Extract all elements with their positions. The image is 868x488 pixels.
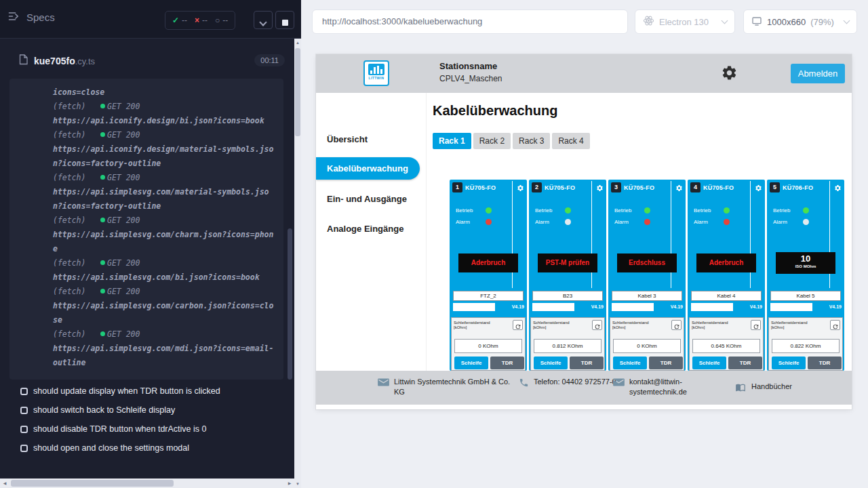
- cable-name-field: FTZ_2: [453, 291, 524, 301]
- module-gear-icon[interactable]: [755, 182, 762, 195]
- browser-select[interactable]: Electron 130: [635, 9, 735, 34]
- cable-name-field: Kabel 4: [691, 291, 762, 301]
- log-entry[interactable]: (fetch)GET 200 https://api.simplesvg.com…: [53, 171, 283, 214]
- betrieb-label: Betrieb: [773, 207, 790, 214]
- specs-toggle[interactable]: Specs: [8, 12, 55, 23]
- schleife-button[interactable]: Schleife: [692, 357, 726, 369]
- specs-menu-icon: [8, 12, 20, 23]
- tdr-button[interactable]: TDR: [490, 357, 524, 369]
- tdr-button[interactable]: TDR: [808, 357, 842, 369]
- settings-gear-icon[interactable]: [721, 64, 738, 84]
- module-gear-icon[interactable]: [675, 182, 683, 195]
- measurement-panel: Schleifenwiderstand [kOhm] 0 KOhm Schlei…: [451, 317, 526, 371]
- betrieb-label: Betrieb: [535, 207, 552, 214]
- test-item[interactable]: should update display when TDR button is…: [0, 382, 285, 401]
- log-entry[interactable]: (fetch)GET 200 https://api.simplesvg.com…: [53, 285, 283, 327]
- sidebar-item-kabelueberwachung[interactable]: Kabelüberwachung: [316, 157, 420, 180]
- module-gear-icon[interactable]: [517, 182, 524, 195]
- log-entry[interactable]: (fetch)GET 200 https://api.iconify.desig…: [53, 128, 283, 171]
- log-line[interactable]: icons=close: [53, 85, 283, 100]
- sidebar-item-analoge-eingaenge[interactable]: Analoge Eingänge: [327, 224, 403, 234]
- check-icon: ✓: [172, 16, 179, 25]
- horizontal-scrollbar[interactable]: ◀ ▶: [0, 479, 294, 488]
- horizontal-scrollbar-thumb[interactable]: [11, 480, 174, 487]
- measurement-panel: Schleifenwiderstand [kOhm] 0.822 KOhm Sc…: [768, 317, 843, 371]
- tab-rack-3[interactable]: Rack 3: [513, 133, 550, 149]
- log-entry[interactable]: (fetch)GET 200 https://api.iconify.desig…: [53, 100, 283, 128]
- viewport-size-select[interactable]: 1000x660 (79%): [743, 9, 857, 34]
- tdr-button[interactable]: TDR: [728, 357, 762, 369]
- log-scrollbar-thumb[interactable]: [288, 228, 292, 380]
- browser-name: Electron 130: [659, 17, 709, 27]
- cable-name-field: Kabel 3: [612, 291, 682, 301]
- betrieb-led: [644, 207, 650, 214]
- url-input[interactable]: http://localhost:3000/kabelueberwachung: [312, 9, 628, 34]
- log-entry[interactable]: (fetch)GET 200 https://api.simplesvg.com…: [53, 214, 283, 256]
- tab-rack-1[interactable]: Rack 1: [433, 133, 471, 149]
- app-footer: Littwin Systemtechnik GmbH & Co. KG Tele…: [316, 371, 852, 405]
- alarm-led: [565, 219, 571, 225]
- test-item[interactable]: should disable TDR button when tdrActive…: [0, 420, 285, 439]
- schleife-button[interactable]: Schleife: [772, 357, 806, 369]
- iso-unit-label: ISO MOhm: [776, 264, 835, 270]
- measurement-value: 0.822 KOhm: [772, 339, 840, 353]
- schleife-button[interactable]: Schleife: [613, 357, 647, 369]
- tab-rack-2[interactable]: Rack 2: [473, 133, 511, 149]
- status-dot-icon: [100, 132, 105, 137]
- module-gear-icon[interactable]: [596, 182, 604, 195]
- scroll-down-icon[interactable]: ▼: [294, 480, 301, 488]
- tab-rack-4[interactable]: Rack 4: [552, 133, 589, 149]
- measurement-value: 0.812 KOhm: [534, 339, 601, 353]
- firmware-version: V4.19: [829, 304, 842, 309]
- module-model-label: KÜ705-FO: [545, 184, 575, 191]
- log-entry[interactable]: (fetch)GET 200 https://api.simplesvg.com…: [53, 327, 283, 370]
- logout-button[interactable]: Abmelden: [791, 64, 845, 83]
- sidebar-item-uebersicht[interactable]: Übersicht: [327, 134, 368, 144]
- test-state-icon: [20, 407, 28, 414]
- schleife-button[interactable]: Schleife: [454, 357, 488, 369]
- rack-module-card: 4 KÜ705-FO Betrieb Alarm Aderbruch Kabel…: [688, 180, 765, 371]
- refresh-button[interactable]: [592, 320, 602, 330]
- cable-name-field: Kabel 5: [770, 291, 841, 301]
- measurement-panel: Schleifenwiderstand [kOhm] 0.645 KOhm Sc…: [689, 317, 764, 371]
- scroll-up-icon[interactable]: ▲: [294, 39, 301, 47]
- alarm-message: Aderbruch: [458, 253, 518, 272]
- company-name: Littwin Systemtechnik GmbH & Co. KG: [394, 377, 517, 397]
- log-entry[interactable]: (fetch)GET 200 https://api.simplesvg.com…: [53, 256, 283, 285]
- stop-button[interactable]: [275, 11, 294, 29]
- alarm-led: [803, 219, 809, 225]
- version-box: [453, 303, 495, 311]
- stop-icon: [282, 20, 288, 26]
- test-item[interactable]: should open and close the settings modal: [0, 439, 285, 458]
- envelope-icon: [613, 377, 625, 390]
- alarm-label: Alarm: [456, 219, 470, 225]
- tdr-button[interactable]: TDR: [649, 357, 683, 369]
- schleife-button[interactable]: Schleife: [534, 357, 568, 369]
- module-gear-icon[interactable]: [834, 182, 842, 195]
- version-box: [612, 303, 654, 311]
- refresh-button[interactable]: [751, 320, 761, 330]
- scroll-right-icon[interactable]: ▶: [285, 479, 294, 488]
- measurement-label: Schleifenwiderstand [kOhm]: [454, 321, 504, 330]
- status-dot-icon: [100, 260, 105, 265]
- footer-manuals[interactable]: Handbücher: [734, 382, 792, 395]
- log-url: https://api.simplesvg.com/mdi.json?icons…: [53, 342, 278, 370]
- alarm-led: [486, 219, 492, 225]
- log-url: https://api.simplesvg.com/carbon.json?ic…: [53, 299, 278, 327]
- vertical-scrollbar[interactable]: ▲ ▼: [294, 39, 301, 488]
- sidebar-item-ein-und-ausgaenge[interactable]: Ein- und Ausgänge: [327, 194, 407, 204]
- betrieb-led: [803, 207, 809, 214]
- refresh-button[interactable]: [671, 320, 682, 330]
- refresh-button[interactable]: [830, 320, 840, 330]
- module-model-label: KÜ705-FO: [703, 184, 734, 191]
- scroll-left-icon[interactable]: ◀: [0, 479, 9, 488]
- betrieb-led: [724, 207, 730, 214]
- test-item[interactable]: should switch back to Schleife display: [0, 401, 285, 420]
- footer-phone: Telefon: 04402 972577-0: [519, 377, 618, 390]
- vertical-scrollbar-thumb[interactable]: [295, 48, 300, 136]
- collapse-button[interactable]: [254, 11, 273, 29]
- refresh-button[interactable]: [513, 320, 523, 330]
- spec-header[interactable]: kue705fo.cy.ts: [19, 54, 95, 68]
- electron-icon: [643, 15, 654, 28]
- tdr-button[interactable]: TDR: [570, 357, 604, 369]
